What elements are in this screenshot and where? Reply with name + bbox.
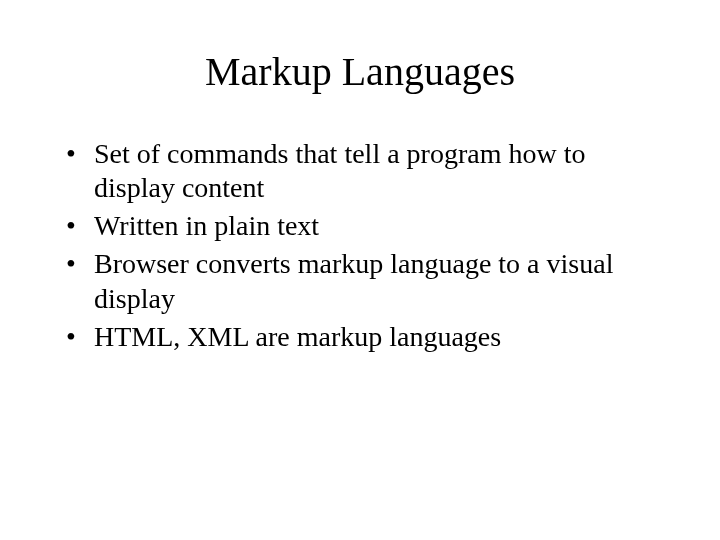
list-item: Browser converts markup language to a vi… [58, 247, 662, 315]
slide-title: Markup Languages [58, 48, 662, 95]
list-item: HTML, XML are markup languages [58, 320, 662, 354]
list-item: Written in plain text [58, 209, 662, 243]
list-item: Set of commands that tell a program how … [58, 137, 662, 205]
bullet-list: Set of commands that tell a program how … [58, 137, 662, 354]
